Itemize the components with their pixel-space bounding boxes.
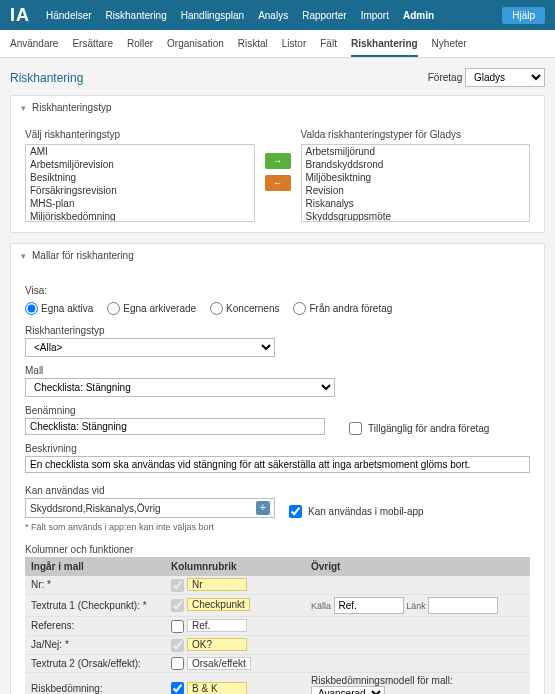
panel-mallar: ▾ Mallar för riskhantering Visa: Egna ak… (10, 243, 545, 694)
subnav-ersättare[interactable]: Ersättare (72, 38, 113, 57)
grid-section-label: Kolumner och funktioner (25, 544, 530, 555)
company-label: Företag (428, 72, 462, 83)
list-item[interactable]: Skyddsgruppsmöte (302, 210, 530, 222)
panel1-header[interactable]: ▾ Riskhanteringstyp (11, 96, 544, 119)
visa-label: Visa: (25, 285, 530, 296)
rhtype-label: Riskhanteringstyp (25, 325, 530, 336)
mobile-cb-label[interactable]: Kan användas i mobil-app (289, 505, 424, 518)
left-listbox[interactable]: AMIArbetsmiljörevisionBesiktningFörsäkri… (25, 144, 255, 222)
list-item[interactable]: Brandskyddsrond (302, 158, 530, 171)
radio-input[interactable] (25, 302, 38, 315)
topnav-handlingsplan[interactable]: Handlingsplan (181, 10, 244, 21)
topnav-rapporter[interactable]: Rapporter (302, 10, 346, 21)
radio-input[interactable] (107, 302, 120, 315)
used-label: Kan användas vid (25, 485, 275, 496)
include-checkbox[interactable] (171, 682, 184, 694)
panel1-title: Riskhanteringstyp (32, 102, 111, 113)
topnav-händelser[interactable]: Händelser (46, 10, 92, 21)
note: * Fält som används i app:en kan inte väl… (25, 522, 530, 532)
columns-table: Ingår i mall Kolumnrubrik Övrigt Nr: *Nr… (25, 557, 530, 694)
list-item[interactable]: Miljöbesiktning (302, 171, 530, 184)
list-item[interactable]: Revision (302, 184, 530, 197)
column-name-input[interactable]: Orsak/effekt (187, 657, 251, 670)
subnav-användare[interactable]: Användare (10, 38, 58, 57)
grid-label: Referens: (25, 616, 165, 635)
table-row: Referens:Ref. (25, 616, 530, 635)
table-row: Ja/Nej: *OK? (25, 635, 530, 654)
column-name-input[interactable]: Ref. (187, 619, 247, 632)
list-item[interactable]: Försäkringsrevision (26, 184, 254, 197)
mall-label: Mall (25, 365, 530, 376)
extra-label: Länk (406, 601, 428, 611)
ben-input[interactable] (25, 418, 325, 435)
chevron-down-icon: ▾ (21, 251, 26, 261)
chevron-down-icon: ▾ (21, 103, 26, 113)
include-checkbox[interactable] (171, 657, 184, 670)
column-name-input[interactable]: Checkpunkt (187, 598, 250, 611)
page-title: Riskhantering (10, 71, 83, 85)
panel2-header[interactable]: ▾ Mallar för riskhantering (11, 244, 544, 267)
subnav-fält[interactable]: Fält (320, 38, 337, 57)
desc-input[interactable] (25, 456, 530, 473)
radio-input[interactable] (293, 302, 306, 315)
grid-label: Textruta 2 (Orsak/effekt): (25, 654, 165, 673)
topnav-import[interactable]: Import (361, 10, 389, 21)
sub-nav: AnvändareErsättareRollerOrganisationRisk… (0, 30, 555, 58)
subnav-risktal[interactable]: Risktal (238, 38, 268, 57)
right-list-label: Valda riskhanteringstyper för Gladys (301, 129, 531, 140)
avail-other-label[interactable]: Tillgänglig för andra företag (349, 422, 489, 435)
help-button[interactable]: Hjälp (502, 7, 545, 24)
subnav-listor[interactable]: Listor (282, 38, 306, 57)
ben-label: Benämning (25, 405, 335, 416)
list-item[interactable]: Arbetsmiljörevision (26, 158, 254, 171)
extra-input[interactable] (428, 597, 498, 614)
gh-1: Kolumnrubrik (165, 557, 305, 576)
subnav-organisation[interactable]: Organisation (167, 38, 224, 57)
radio-3[interactable]: Från andra företag (293, 302, 392, 315)
top-nav: HändelserRiskhanteringHandlingsplanAnaly… (46, 10, 502, 21)
include-checkbox (171, 639, 184, 652)
extra-label: Källa (311, 601, 334, 611)
list-item[interactable]: Riskanalys (302, 197, 530, 210)
column-name-input[interactable]: OK? (187, 638, 247, 651)
remove-button[interactable]: ← (265, 175, 291, 191)
radio-2[interactable]: Koncernens (210, 302, 279, 315)
list-item[interactable]: Besiktning (26, 171, 254, 184)
topnav-analys[interactable]: Analys (258, 10, 288, 21)
mobile-checkbox[interactable] (289, 505, 302, 518)
subnav-riskhantering[interactable]: Riskhantering (351, 38, 418, 57)
topnav-admin[interactable]: Admin (403, 10, 434, 21)
grid-label: Riskbedömning: (25, 673, 165, 694)
extra-input[interactable] (334, 597, 404, 614)
top-bar: IA HändelserRiskhanteringHandlingsplanAn… (0, 0, 555, 30)
panel-riskhanteringstyp: ▾ Riskhanteringstyp Välj riskhanteringst… (10, 95, 545, 233)
side-label: Riskbedömningsmodell för mall: (311, 675, 453, 686)
column-name-input[interactable]: B & K (187, 682, 247, 695)
subnav-nyheter[interactable]: Nyheter (432, 38, 467, 57)
table-row: Textruta 1 (Checkpunkt): *CheckpunktKäll… (25, 594, 530, 616)
plus-icon[interactable]: + (256, 501, 270, 515)
topnav-riskhantering[interactable]: Riskhantering (106, 10, 167, 21)
list-item[interactable]: AMI (26, 145, 254, 158)
radio-input[interactable] (210, 302, 223, 315)
add-button[interactable]: → (265, 153, 291, 169)
include-checkbox[interactable] (171, 620, 184, 633)
list-item[interactable]: Miljöriskbedömning (26, 210, 254, 222)
table-row: Riskbedömning:B & KRiskbedömningsmodell … (25, 673, 530, 694)
list-item[interactable]: MHS-plan (26, 197, 254, 210)
company-select[interactable]: Gladys (465, 68, 545, 87)
include-checkbox (171, 599, 184, 612)
right-listbox[interactable]: ArbetsmiljörundBrandskyddsrondMiljöbesik… (301, 144, 531, 222)
subnav-roller[interactable]: Roller (127, 38, 153, 57)
table-row: Nr: *Nr (25, 576, 530, 594)
radio-1[interactable]: Egna arkiverade (107, 302, 196, 315)
mall-select[interactable]: Checklista: Stängning (25, 378, 335, 397)
radio-0[interactable]: Egna aktiva (25, 302, 93, 315)
list-item[interactable]: Arbetsmiljörund (302, 145, 530, 158)
side-select[interactable]: Avancerad (311, 686, 385, 694)
column-name-input[interactable]: Nr (187, 578, 247, 591)
used-input[interactable]: Skyddsrond,Riskanalys,Övrig + (25, 498, 275, 518)
visa-radio-group: Egna aktivaEgna arkiveradeKoncernensFrån… (25, 302, 530, 315)
rhtype-select[interactable]: <Alla> (25, 338, 275, 357)
avail-other-checkbox[interactable] (349, 422, 362, 435)
